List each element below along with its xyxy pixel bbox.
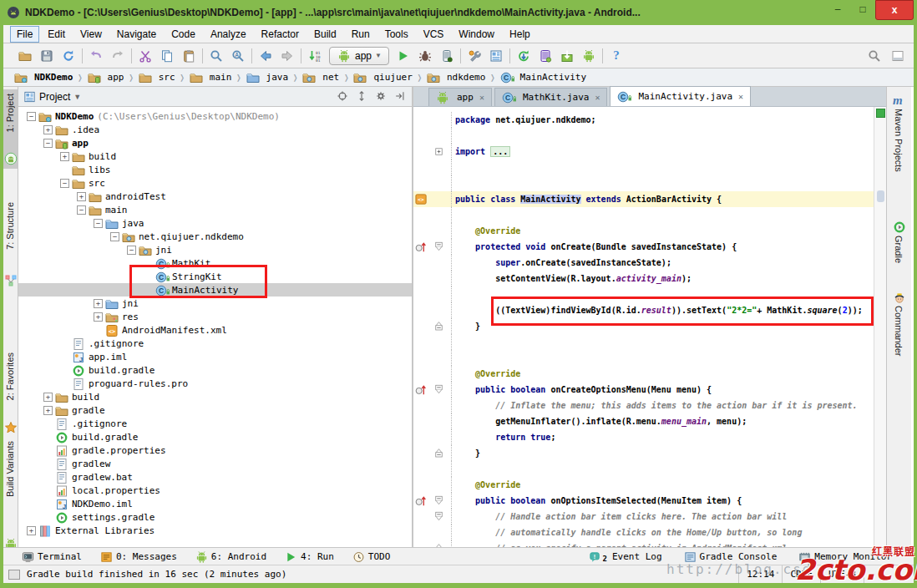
search-icon[interactable] bbox=[867, 48, 882, 63]
tree-expander-plus[interactable]: + bbox=[43, 125, 53, 134]
stripe-button-commander[interactable]: Commander bbox=[894, 306, 904, 357]
menu-run[interactable]: Run bbox=[345, 26, 377, 43]
stripe-button-gradle[interactable]: Gradle bbox=[894, 236, 904, 263]
menu-edit[interactable]: Edit bbox=[41, 26, 72, 43]
menu-build[interactable]: Build bbox=[307, 26, 343, 43]
close-icon[interactable]: ✕ bbox=[738, 92, 743, 101]
tree-item-androidtest[interactable]: +androidTest bbox=[18, 190, 412, 203]
tree-expander-minus[interactable]: − bbox=[77, 205, 86, 215]
fold-down-icon[interactable] bbox=[435, 510, 445, 523]
editor-gutter[interactable] bbox=[413, 255, 452, 271]
editor-gutter[interactable] bbox=[413, 286, 452, 302]
editor-gutter[interactable] bbox=[413, 477, 452, 493]
toolwindow-button-gradle-console[interactable]: Gradle Console bbox=[684, 550, 778, 563]
tree-expander-plus[interactable]: + bbox=[60, 152, 69, 161]
tree-item-ndkdemo-iml[interactable]: JNDKDemo.iml bbox=[18, 497, 412, 510]
menu-help[interactable]: Help bbox=[503, 26, 537, 43]
collapse-icon[interactable] bbox=[394, 90, 407, 103]
toolwindow-button-6-android[interactable]: 6: Android bbox=[195, 550, 266, 563]
device-monitor-icon[interactable] bbox=[538, 48, 553, 63]
maximize-button[interactable]: □ bbox=[850, 0, 875, 18]
fold-up-icon[interactable] bbox=[435, 447, 445, 459]
tree-item-gradle[interactable]: +gradle bbox=[18, 403, 412, 417]
toolwindow-button-4-run[interactable]: 4: Run bbox=[285, 550, 334, 563]
menu-refactor[interactable]: Refactor bbox=[255, 26, 306, 43]
override-icon[interactable] bbox=[415, 241, 428, 253]
tree-item-src[interactable]: −src bbox=[18, 176, 412, 190]
editor-gutter[interactable] bbox=[413, 461, 452, 477]
toolwindow-icon[interactable] bbox=[890, 48, 905, 63]
open-folder-icon[interactable] bbox=[18, 48, 33, 63]
copy-icon[interactable] bbox=[160, 48, 175, 63]
tree-expander-minus[interactable]: − bbox=[43, 139, 53, 148]
line-ending-indicator[interactable]: CRLF bbox=[782, 565, 820, 583]
menu-file[interactable]: File bbox=[10, 26, 39, 43]
editor-gutter[interactable] bbox=[413, 509, 452, 525]
fold-up-icon[interactable] bbox=[435, 320, 445, 332]
encoding-indicator[interactable]: UTF-8 bbox=[820, 565, 864, 583]
tree-item-app[interactable]: −app bbox=[18, 136, 412, 150]
tree-item-jni[interactable]: +jni bbox=[18, 297, 412, 310]
tree-expander-plus[interactable]: + bbox=[27, 526, 36, 535]
minimize-button[interactable]: – bbox=[825, 0, 850, 18]
editor-gutter[interactable] bbox=[413, 318, 452, 334]
gradle-sync-icon[interactable] bbox=[516, 48, 531, 63]
tree-item--idea[interactable]: +.idea bbox=[18, 123, 412, 136]
tree-expander-minus[interactable]: − bbox=[110, 232, 119, 241]
tree-item-app-iml[interactable]: Japp.iml bbox=[18, 350, 412, 363]
cut-icon[interactable] bbox=[138, 48, 153, 63]
debug-icon[interactable] bbox=[418, 48, 433, 63]
tree-expander-plus[interactable]: + bbox=[77, 192, 86, 201]
editor-gutter[interactable] bbox=[413, 398, 452, 413]
tree-item-mathkit[interactable]: CMathKit bbox=[18, 256, 412, 270]
toolwindow-button-0-messages[interactable]: 0: Messages bbox=[100, 550, 177, 563]
tree-item-build-gradle[interactable]: build.gradle bbox=[18, 430, 412, 444]
forward-icon[interactable] bbox=[280, 48, 295, 63]
tree-item--gitignore[interactable]: .gitignore bbox=[18, 337, 412, 350]
editor-gutter[interactable] bbox=[413, 302, 452, 318]
fold-down-icon[interactable] bbox=[435, 494, 445, 507]
editor-gutter[interactable] bbox=[413, 207, 452, 223]
breadcrumb-ndkdemo[interactable]: NDKDemo bbox=[12, 71, 75, 84]
stripe-button-maven-projects[interactable]: Maven Projects bbox=[894, 109, 904, 172]
redo-icon[interactable] bbox=[110, 48, 125, 63]
scrollbar-thumb[interactable] bbox=[877, 190, 884, 202]
stripe-button--project[interactable]: 1: Project bbox=[5, 94, 15, 132]
tree-item-build-gradle[interactable]: build.gradle bbox=[18, 363, 412, 377]
tab-mathkit-java[interactable]: CMathKit.java✕ bbox=[494, 88, 608, 106]
close-icon[interactable]: ✕ bbox=[479, 93, 484, 102]
tree-item-stringkit[interactable]: CStringKit bbox=[18, 270, 412, 283]
editor-gutter[interactable] bbox=[413, 175, 452, 191]
breadcrumb-mainactivity[interactable]: CMainActivity bbox=[498, 71, 589, 84]
toolwindow-toggle-icon[interactable] bbox=[8, 570, 20, 580]
android-circle-icon[interactable] bbox=[4, 152, 18, 165]
compare-icon[interactable]: 011001 bbox=[307, 48, 322, 63]
android-icon[interactable] bbox=[581, 48, 596, 63]
run-icon[interactable] bbox=[396, 48, 411, 63]
tree-expander-plus[interactable]: + bbox=[94, 312, 103, 322]
breadcrumb-main[interactable]: main bbox=[187, 71, 235, 84]
breadcrumb-ndkdemo[interactable]: ndkdemo bbox=[424, 71, 488, 84]
tree-expander-minus[interactable]: − bbox=[60, 179, 69, 188]
tree-item-androidmanifest-xml[interactable]: <>AndroidManifest.xml bbox=[18, 323, 412, 337]
editor-gutter[interactable] bbox=[413, 445, 452, 461]
run-config-dropdown[interactable]: app▼ bbox=[329, 47, 389, 65]
editor-gutter[interactable] bbox=[413, 382, 452, 398]
tree-item-java[interactable]: −java bbox=[18, 216, 412, 230]
stripe-button-build-variants[interactable]: Build Variants bbox=[5, 441, 15, 497]
paste-icon[interactable] bbox=[181, 48, 196, 63]
editor-gutter[interactable] bbox=[413, 350, 452, 366]
editor-gutter[interactable] bbox=[413, 160, 452, 175]
tree-item-libs[interactable]: libs bbox=[18, 163, 412, 176]
tree-expander-plus[interactable]: + bbox=[94, 299, 103, 308]
tree-item-external-libraries[interactable]: +External Libraries bbox=[18, 524, 412, 537]
menu-view[interactable]: View bbox=[73, 26, 109, 43]
tree-item-gradlew-bat[interactable]: gradlew.bat bbox=[18, 470, 412, 484]
editor-gutter[interactable] bbox=[413, 429, 452, 445]
editor-gutter[interactable] bbox=[413, 271, 452, 286]
tree-item-jni[interactable]: −jni bbox=[18, 243, 412, 256]
tree-item-gradlew[interactable]: gradlew bbox=[18, 457, 412, 470]
manifest-icon[interactable]: <> bbox=[415, 193, 428, 205]
override-icon[interactable] bbox=[415, 383, 428, 396]
close-button[interactable]: x bbox=[875, 0, 914, 20]
